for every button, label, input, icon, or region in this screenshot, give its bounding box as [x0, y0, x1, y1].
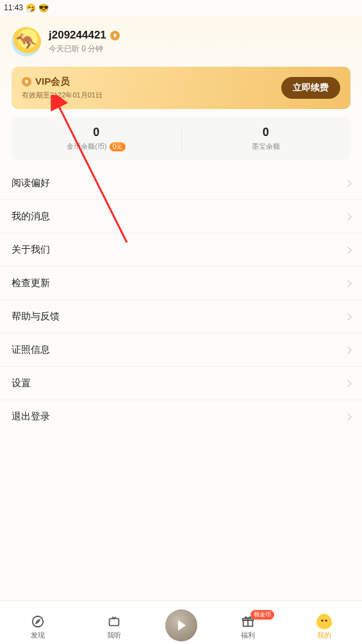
menu-about[interactable]: 关于我们 — [0, 233, 362, 267]
chevron-right-icon — [344, 380, 351, 387]
tab-mine[interactable]: 我的 — [286, 614, 362, 640]
chevron-right-icon — [344, 313, 351, 320]
menu-label: 设置 — [12, 377, 31, 389]
menu-license[interactable]: 证照信息 — [0, 334, 362, 367]
chevron-right-icon — [344, 280, 351, 287]
coin-pill: 0元 — [110, 142, 126, 151]
diamond-icon — [22, 77, 31, 87]
tab-label: 发现 — [31, 631, 45, 640]
welfare-badge: 领金币 — [251, 610, 274, 620]
mobao-balance[interactable]: 0 墨宝余额 — [181, 126, 351, 151]
tab-discover[interactable]: 发现 — [0, 614, 76, 640]
listen-today-text: 今天已听 0 分钟 — [49, 44, 120, 55]
menu-label: 阅读偏好 — [12, 177, 50, 189]
vip-badge-icon — [110, 31, 120, 40]
mobao-label: 墨宝余额 — [252, 142, 280, 151]
vip-title-text: VIP会员 — [35, 76, 70, 88]
tab-label: 我的 — [317, 631, 331, 640]
coin-label: 金币余额(币) — [67, 142, 106, 151]
status-time: 11:43 — [4, 3, 23, 12]
tab-label: 我听 — [107, 631, 121, 640]
chevron-right-icon — [344, 180, 351, 187]
vip-expiry-text: 有效期至2122年01月01日 — [22, 90, 103, 100]
menu-label: 我的消息 — [12, 210, 50, 223]
tab-welfare[interactable]: 领金币 福利 — [210, 614, 286, 640]
tv-icon — [106, 614, 122, 629]
play-icon — [178, 620, 186, 631]
vip-renew-button[interactable]: 立即续费 — [281, 77, 340, 99]
coin-value: 0 — [12, 126, 181, 139]
tab-bar: 发现 我听 领金币 福利 我的 — [0, 600, 362, 644]
mobao-value: 0 — [181, 126, 351, 139]
chevron-right-icon — [344, 246, 351, 253]
profile-header[interactable]: j209244421 今天已听 0 分钟 — [12, 22, 350, 63]
menu-settings[interactable]: 设置 — [0, 367, 362, 400]
settings-menu: 阅读偏好 我的消息 关于我们 检查更新 帮助与反馈 证照信息 设置 退出登录 — [0, 167, 362, 433]
menu-help[interactable]: 帮助与反馈 — [0, 300, 362, 334]
menu-label: 帮助与反馈 — [12, 310, 60, 323]
balance-card: 0 金币余额(币) 0元 0 墨宝余额 — [12, 117, 350, 160]
notif-icon: 🤧 — [26, 3, 36, 13]
username: j209244421 — [49, 29, 106, 42]
vip-card[interactable]: VIP会员 有效期至2122年01月01日 立即续费 — [12, 67, 350, 109]
menu-check-update[interactable]: 检查更新 — [0, 267, 362, 300]
menu-messages[interactable]: 我的消息 — [0, 200, 362, 233]
chevron-right-icon — [344, 346, 351, 353]
tab-play-center[interactable] — [152, 609, 210, 640]
avatar[interactable] — [12, 27, 41, 56]
play-button[interactable] — [165, 609, 197, 641]
status-bar: 11:43 🤧 😎 — [0, 0, 362, 15]
menu-label: 关于我们 — [12, 244, 50, 256]
compass-icon — [30, 614, 45, 629]
tab-label: 福利 — [241, 631, 255, 640]
chevron-right-icon — [344, 413, 351, 420]
svg-point-1 — [33, 616, 44, 627]
menu-label: 检查更新 — [12, 277, 50, 289]
menu-logout[interactable]: 退出登录 — [0, 400, 362, 433]
coin-balance[interactable]: 0 金币余额(币) 0元 — [12, 126, 181, 151]
tab-listen[interactable]: 我听 — [76, 614, 152, 640]
notif-icon-2: 😎 — [38, 3, 49, 13]
svg-rect-2 — [110, 618, 119, 625]
mine-icon — [317, 614, 332, 629]
menu-label: 证照信息 — [12, 344, 50, 356]
menu-reading-pref[interactable]: 阅读偏好 — [0, 167, 362, 200]
chevron-right-icon — [344, 213, 351, 220]
menu-label: 退出登录 — [12, 411, 50, 423]
